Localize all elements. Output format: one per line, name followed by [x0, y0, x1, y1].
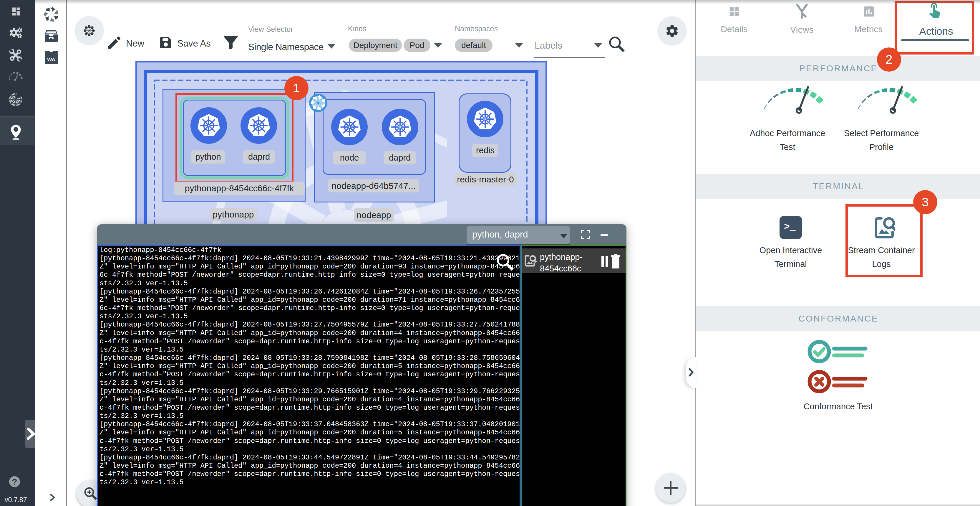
svg-text:WA: WA: [47, 57, 55, 62]
